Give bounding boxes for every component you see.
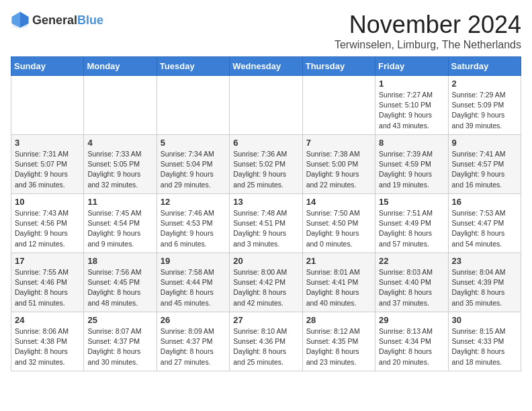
week-row-1: 1Sunrise: 7:27 AM Sunset: 5:10 PM Daylig… — [11, 76, 521, 135]
day-number: 6 — [233, 138, 298, 148]
day-info: Sunrise: 7:56 AM Sunset: 4:45 PM Dayligh… — [87, 267, 152, 308]
weekday-header-tuesday: Tuesday — [157, 57, 229, 76]
calendar-cell: 20Sunrise: 8:00 AM Sunset: 4:42 PM Dayli… — [230, 253, 302, 312]
day-number: 13 — [233, 197, 298, 207]
day-number: 9 — [452, 138, 517, 148]
calendar-cell — [11, 76, 84, 135]
day-info: Sunrise: 8:04 AM Sunset: 4:39 PM Dayligh… — [452, 267, 517, 308]
day-info: Sunrise: 7:27 AM Sunset: 5:10 PM Dayligh… — [379, 90, 444, 131]
calendar-cell: 5Sunrise: 7:34 AM Sunset: 5:04 PM Daylig… — [157, 135, 229, 194]
calendar-cell: 26Sunrise: 8:09 AM Sunset: 4:37 PM Dayli… — [157, 312, 229, 371]
calendar-cell: 23Sunrise: 8:04 AM Sunset: 4:39 PM Dayli… — [448, 253, 521, 312]
day-info: Sunrise: 8:09 AM Sunset: 4:37 PM Dayligh… — [161, 326, 226, 367]
calendar-cell: 18Sunrise: 7:56 AM Sunset: 4:45 PM Dayli… — [84, 253, 157, 312]
weekday-header-friday: Friday — [375, 57, 448, 76]
day-number: 28 — [306, 315, 371, 325]
day-info: Sunrise: 8:12 AM Sunset: 4:35 PM Dayligh… — [306, 326, 371, 367]
logo-blue: Blue — [77, 13, 103, 27]
day-info: Sunrise: 7:45 AM Sunset: 4:54 PM Dayligh… — [87, 208, 152, 249]
calendar-cell: 25Sunrise: 8:07 AM Sunset: 4:37 PM Dayli… — [84, 312, 157, 371]
calendar-cell: 9Sunrise: 7:41 AM Sunset: 4:57 PM Daylig… — [448, 135, 521, 194]
day-number: 30 — [452, 315, 517, 325]
day-number: 23 — [452, 256, 517, 266]
calendar-cell: 13Sunrise: 7:48 AM Sunset: 4:51 PM Dayli… — [230, 194, 302, 253]
title-area: November 2024 Terwinselen, Limburg, The … — [335, 11, 521, 51]
calendar-cell: 3Sunrise: 7:31 AM Sunset: 5:07 PM Daylig… — [11, 135, 84, 194]
calendar-cell: 21Sunrise: 8:01 AM Sunset: 4:41 PM Dayli… — [302, 253, 375, 312]
day-number: 24 — [15, 315, 80, 325]
day-info: Sunrise: 7:55 AM Sunset: 4:46 PM Dayligh… — [15, 267, 80, 308]
page-header: GeneralBlue November 2024 Terwinselen, L… — [11, 11, 521, 51]
day-info: Sunrise: 7:36 AM Sunset: 5:02 PM Dayligh… — [233, 149, 298, 190]
logo-general: General — [32, 13, 77, 27]
calendar-cell: 1Sunrise: 7:27 AM Sunset: 5:10 PM Daylig… — [375, 76, 448, 135]
day-number: 12 — [161, 197, 226, 207]
day-number: 26 — [161, 315, 226, 325]
day-info: Sunrise: 8:01 AM Sunset: 4:41 PM Dayligh… — [306, 267, 371, 308]
day-number: 15 — [379, 197, 444, 207]
day-number: 18 — [87, 256, 152, 266]
calendar-cell: 4Sunrise: 7:33 AM Sunset: 5:05 PM Daylig… — [84, 135, 157, 194]
day-number: 29 — [379, 315, 444, 325]
day-info: Sunrise: 7:53 AM Sunset: 4:47 PM Dayligh… — [452, 208, 517, 249]
day-info: Sunrise: 8:13 AM Sunset: 4:34 PM Dayligh… — [379, 326, 444, 367]
calendar-cell — [157, 76, 229, 135]
day-number: 1 — [379, 79, 444, 89]
calendar-cell — [84, 76, 157, 135]
calendar-cell: 22Sunrise: 8:03 AM Sunset: 4:40 PM Dayli… — [375, 253, 448, 312]
month-title: November 2024 — [335, 11, 521, 39]
day-number: 10 — [15, 197, 80, 207]
calendar-cell: 2Sunrise: 7:29 AM Sunset: 5:09 PM Daylig… — [448, 76, 521, 135]
day-number: 14 — [306, 197, 371, 207]
day-number: 11 — [87, 197, 152, 207]
calendar-cell — [230, 76, 302, 135]
calendar-cell: 12Sunrise: 7:46 AM Sunset: 4:53 PM Dayli… — [157, 194, 229, 253]
day-number: 25 — [87, 315, 152, 325]
day-info: Sunrise: 8:10 AM Sunset: 4:36 PM Dayligh… — [233, 326, 298, 367]
calendar-cell: 6Sunrise: 7:36 AM Sunset: 5:02 PM Daylig… — [230, 135, 302, 194]
day-number: 4 — [87, 138, 152, 148]
calendar-cell: 29Sunrise: 8:13 AM Sunset: 4:34 PM Dayli… — [375, 312, 448, 371]
calendar-cell: 19Sunrise: 7:58 AM Sunset: 4:44 PM Dayli… — [157, 253, 229, 312]
weekday-header-wednesday: Wednesday — [230, 57, 302, 76]
weekday-header-thursday: Thursday — [302, 57, 375, 76]
weekday-header-saturday: Saturday — [448, 57, 521, 76]
logo: GeneralBlue — [11, 11, 103, 30]
day-number: 21 — [306, 256, 371, 266]
day-info: Sunrise: 7:48 AM Sunset: 4:51 PM Dayligh… — [233, 208, 298, 249]
calendar-cell: 7Sunrise: 7:38 AM Sunset: 5:00 PM Daylig… — [302, 135, 375, 194]
calendar-cell — [302, 76, 375, 135]
day-number: 16 — [452, 197, 517, 207]
calendar-cell: 11Sunrise: 7:45 AM Sunset: 4:54 PM Dayli… — [84, 194, 157, 253]
day-number: 20 — [233, 256, 298, 266]
day-info: Sunrise: 7:31 AM Sunset: 5:07 PM Dayligh… — [15, 149, 80, 190]
calendar-cell: 15Sunrise: 7:51 AM Sunset: 4:49 PM Dayli… — [375, 194, 448, 253]
location-subtitle: Terwinselen, Limburg, The Netherlands — [335, 39, 521, 51]
week-row-4: 17Sunrise: 7:55 AM Sunset: 4:46 PM Dayli… — [11, 253, 521, 312]
weekday-header-row: SundayMondayTuesdayWednesdayThursdayFrid… — [11, 57, 521, 76]
day-info: Sunrise: 8:06 AM Sunset: 4:38 PM Dayligh… — [15, 326, 80, 367]
day-number: 8 — [379, 138, 444, 148]
logo-text: GeneralBlue — [32, 13, 103, 28]
day-number: 5 — [161, 138, 226, 148]
day-info: Sunrise: 8:07 AM Sunset: 4:37 PM Dayligh… — [87, 326, 152, 367]
day-info: Sunrise: 7:34 AM Sunset: 5:04 PM Dayligh… — [161, 149, 226, 190]
calendar-cell: 16Sunrise: 7:53 AM Sunset: 4:47 PM Dayli… — [448, 194, 521, 253]
day-info: Sunrise: 8:03 AM Sunset: 4:40 PM Dayligh… — [379, 267, 444, 308]
day-info: Sunrise: 7:46 AM Sunset: 4:53 PM Dayligh… — [161, 208, 226, 249]
day-number: 22 — [379, 256, 444, 266]
calendar-cell: 17Sunrise: 7:55 AM Sunset: 4:46 PM Dayli… — [11, 253, 84, 312]
day-number: 7 — [306, 138, 371, 148]
day-number: 19 — [161, 256, 226, 266]
week-row-2: 3Sunrise: 7:31 AM Sunset: 5:07 PM Daylig… — [11, 135, 521, 194]
day-info: Sunrise: 7:43 AM Sunset: 4:56 PM Dayligh… — [15, 208, 80, 249]
day-info: Sunrise: 7:29 AM Sunset: 5:09 PM Dayligh… — [452, 90, 517, 131]
calendar-cell: 8Sunrise: 7:39 AM Sunset: 4:59 PM Daylig… — [375, 135, 448, 194]
day-number: 3 — [15, 138, 80, 148]
weekday-header-monday: Monday — [84, 57, 157, 76]
calendar-cell: 27Sunrise: 8:10 AM Sunset: 4:36 PM Dayli… — [230, 312, 302, 371]
day-info: Sunrise: 7:38 AM Sunset: 5:00 PM Dayligh… — [306, 149, 371, 190]
calendar-cell: 24Sunrise: 8:06 AM Sunset: 4:38 PM Dayli… — [11, 312, 84, 371]
day-info: Sunrise: 7:41 AM Sunset: 4:57 PM Dayligh… — [452, 149, 517, 190]
calendar-table: SundayMondayTuesdayWednesdayThursdayFrid… — [11, 56, 521, 371]
